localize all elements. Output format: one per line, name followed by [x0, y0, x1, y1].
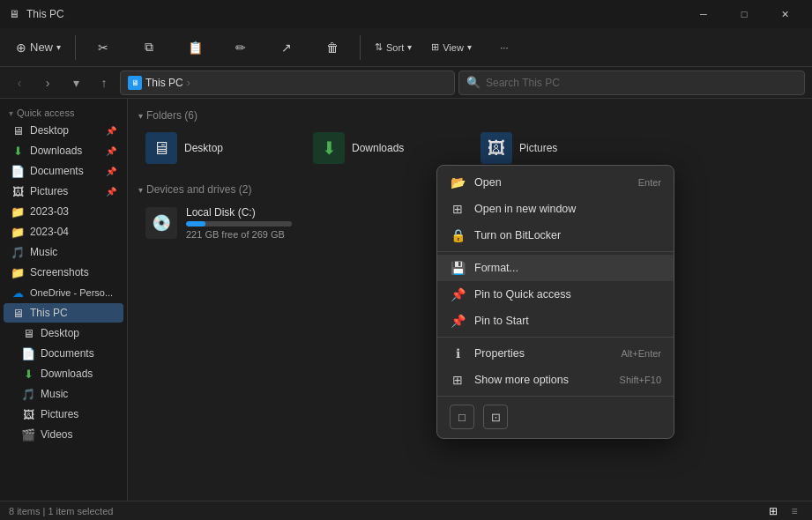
documents-pc-icon: 📄 — [21, 346, 35, 360]
folder-downloads-img: ⬇ — [322, 137, 337, 159]
back-button[interactable]: ‹ — [7, 71, 32, 95]
pictures-pc-icon: 🖼 — [21, 407, 35, 421]
screenshots-icon: 📁 — [11, 265, 25, 279]
ctx-open[interactable]: 📂 Open Enter — [437, 169, 674, 196]
folder-icon-2023-03: 📁 — [11, 204, 25, 219]
ctx-pin-quick[interactable]: 📌 Pin to Quick access — [437, 281, 674, 308]
folder-pictures-icon: 🖼 — [480, 132, 512, 164]
ctx-sep-2 — [437, 337, 674, 338]
sidebar-documents-label: Documents — [30, 165, 84, 177]
downloads-icon: ⬇ — [11, 144, 25, 158]
toolbar-separator-2 — [360, 35, 361, 60]
drive-c-name: Local Disk (C:) — [186, 206, 292, 219]
sort-button[interactable]: ⇅ Sort ▾ — [366, 32, 421, 63]
status-view-list[interactable]: ≡ — [786, 503, 803, 519]
breadcrumb-this-pc: This PC — [145, 77, 183, 89]
sidebar-screenshots-label: Screenshots — [30, 266, 89, 279]
sidebar-item-documents[interactable]: 📄 Documents 📌 — [4, 161, 123, 181]
ctx-pin-start-label: Pin to Start — [474, 315, 529, 327]
new-dropdown-icon: ▾ — [56, 42, 61, 52]
this-pc-icon: 🖥 — [11, 306, 25, 320]
status-view-tiles[interactable]: ⊞ — [764, 503, 782, 519]
quick-access-arrow: ▾ — [9, 108, 13, 118]
sidebar-item-downloads-pc[interactable]: ⬇ Downloads — [4, 364, 123, 383]
dropdown-button[interactable]: ▾ — [63, 71, 88, 95]
ctx-pin-quick-icon: 📌 — [450, 286, 466, 302]
breadcrumb[interactable]: 🖥 This PC › — [120, 71, 455, 95]
new-button[interactable]: ⊕ New ▾ — [7, 32, 70, 63]
folder-desktop[interactable]: 🖥 Desktop — [138, 127, 299, 169]
titlebar-left: 🖥 This PC — [7, 7, 64, 21]
sidebar-item-pictures-pc[interactable]: 🖼 Pictures — [4, 405, 123, 424]
ctx-bitlocker[interactable]: 🔒 Turn on BitLocker — [437, 222, 674, 249]
quick-access-label: Quick access — [17, 108, 74, 118]
folder-desktop-icon: 🖥 — [145, 132, 177, 164]
forward-button[interactable]: › — [35, 71, 60, 95]
ctx-properties[interactable]: ℹ Properties Alt+Enter — [437, 340, 674, 367]
rename-icon: ✏ — [235, 41, 246, 55]
sidebar-desktop-label: Desktop — [30, 124, 69, 137]
sidebar-item-screenshots[interactable]: 📁 Screenshots — [4, 263, 123, 282]
sidebar-item-pictures[interactable]: 🖼 Pictures 📌 — [4, 182, 123, 201]
ctx-properties-label: Properties — [474, 347, 525, 360]
paste-button[interactable]: 📋 — [173, 32, 217, 63]
ctx-more-options-label: Show more options — [474, 374, 569, 386]
sidebar-music-pc-label: Music — [41, 388, 68, 400]
copy-button[interactable]: ⧉ — [127, 32, 171, 63]
titlebar-controls: ─ □ ✕ — [683, 0, 805, 28]
folder-pictures-img: 🖼 — [488, 138, 505, 159]
folder-pictures[interactable]: 🖼 Pictures — [473, 127, 634, 169]
sidebar-item-desktop-pc[interactable]: 🖥 Desktop — [4, 323, 123, 343]
ctx-format[interactable]: 💾 Format... — [437, 255, 674, 281]
maximize-button[interactable]: □ — [724, 0, 764, 28]
sidebar-item-2023-04[interactable]: 📁 2023-04 — [4, 222, 123, 241]
delete-button[interactable]: 🗑 — [310, 32, 354, 63]
ctx-properties-shortcut: Alt+Enter — [621, 348, 661, 359]
sidebar-item-this-pc[interactable]: 🖥 This PC — [4, 303, 123, 323]
cut-button[interactable]: ✂ — [81, 32, 125, 63]
folder-downloads[interactable]: ⬇ Downloads — [306, 127, 466, 169]
ctx-pin-start[interactable]: 📌 Pin to Start — [437, 308, 674, 334]
ctx-bitlocker-icon: 🔒 — [450, 227, 466, 243]
sidebar-item-music-pc[interactable]: 🎵 Music — [4, 384, 123, 404]
sidebar-item-downloads[interactable]: ⬇ Downloads 📌 — [4, 141, 123, 160]
sidebar-item-videos-pc[interactable]: 🎬 Videos — [4, 425, 123, 444]
minimize-button[interactable]: ─ — [683, 0, 724, 28]
ctx-format-label: Format... — [474, 262, 518, 274]
sidebar-downloads-pc-label: Downloads — [41, 368, 93, 380]
sidebar-item-music[interactable]: 🎵 Music — [4, 242, 123, 262]
ctx-open-label: Open — [474, 176, 502, 189]
sidebar-pictures-pc-label: Pictures — [41, 408, 78, 420]
sidebar-item-onedrive[interactable]: ☁ OneDrive - Perso... — [4, 283, 123, 302]
ctx-more-options[interactable]: ⊞ Show more options Shift+F10 — [437, 367, 674, 393]
more-icon: ··· — [500, 42, 508, 53]
ctx-bottom-icon-1[interactable]: □ — [450, 405, 474, 429]
rename-button[interactable]: ✏ — [219, 32, 263, 63]
ctx-properties-icon: ℹ — [450, 345, 466, 361]
sidebar-item-documents-pc[interactable]: 📄 Documents — [4, 344, 123, 363]
sidebar-item-desktop[interactable]: 🖥 Desktop 📌 — [4, 121, 123, 140]
share-button[interactable]: ↗ — [264, 32, 309, 63]
sidebar-music-label: Music — [30, 246, 57, 258]
ctx-open-new[interactable]: ⊞ Open in new window — [437, 196, 674, 222]
desktop-icon: 🖥 — [11, 123, 25, 137]
search-box[interactable]: 🔍 Search This PC — [458, 71, 805, 95]
ctx-open-new-icon: ⊞ — [450, 201, 466, 217]
view-icon: ⊞ — [431, 41, 439, 53]
paste-icon: 📋 — [188, 41, 203, 55]
drive-c-icon: 💿 — [145, 207, 177, 239]
view-button[interactable]: ⊞ View ▾ — [422, 32, 480, 63]
ctx-bottom-icon-2[interactable]: ⊡ — [483, 405, 508, 429]
up-button[interactable]: ↑ — [92, 71, 116, 95]
more-button[interactable]: ··· — [482, 32, 526, 63]
documents-icon: 📄 — [11, 164, 25, 178]
music-icon: 🎵 — [11, 245, 25, 259]
drive-c-bar-fill — [186, 221, 205, 227]
sidebar-item-2023-03[interactable]: 📁 2023-03 — [4, 202, 123, 221]
sidebar-2023-03-label: 2023-03 — [30, 205, 69, 218]
videos-pc-icon: 🎬 — [21, 427, 35, 442]
ctx-open-new-label: Open in new window — [474, 203, 576, 215]
pin-icon: 📌 — [106, 126, 116, 136]
view-dropdown-icon: ▾ — [467, 42, 472, 52]
close-button[interactable]: ✕ — [764, 0, 805, 28]
